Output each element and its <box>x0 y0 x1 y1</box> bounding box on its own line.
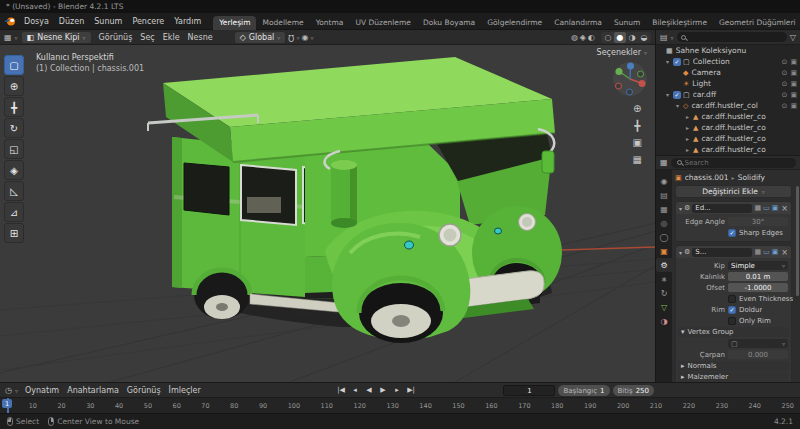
select-box-tool[interactable]: ▢ <box>4 55 24 75</box>
modifier-name-field[interactable]: Ed... <box>692 204 752 213</box>
outliner-editor-icon[interactable]: ▤ <box>660 33 668 42</box>
viewport-menu-item[interactable]: Seç <box>136 32 158 43</box>
timeline-menu-item[interactable]: Görünüş <box>123 385 165 396</box>
playhead-badge[interactable]: 1 <box>2 399 12 408</box>
checkbox-checked-icon[interactable]: ✓ <box>728 229 736 237</box>
workspace-tab[interactable]: UV Düzenleme <box>349 16 416 30</box>
disable-render-icon[interactable] <box>790 80 797 88</box>
edge-angle-value[interactable]: 30° <box>728 217 788 226</box>
scale-tool[interactable]: ◱ <box>4 139 24 159</box>
hide-viewport-icon[interactable] <box>782 102 788 110</box>
visibility-toggles[interactable] <box>782 80 798 88</box>
thickness-value[interactable]: 0.01 m <box>728 272 788 281</box>
timeline-menu-item[interactable]: Anahtarlama <box>63 385 123 396</box>
play-button[interactable]: ▶ <box>377 384 390 396</box>
output-tab-icon[interactable]: ▤ <box>656 188 672 202</box>
outliner-row[interactable]: ▾ ▢ Collection <box>656 56 800 67</box>
wireframe-shading-icon[interactable]: ○ <box>602 32 614 43</box>
expand-arrow-icon[interactable]: ▸ <box>686 135 693 142</box>
viewlayer-tab-icon[interactable]: ▦ <box>656 202 672 216</box>
hide-viewport-icon[interactable] <box>782 69 788 77</box>
only-rim-checkbox[interactable]: Only Rim <box>728 315 788 326</box>
outliner-row[interactable]: ▾ ◇ car.dff.hustler_col <box>656 100 800 111</box>
rendered-shading-icon[interactable]: ◒ <box>638 32 650 43</box>
workspace-tab[interactable]: Modelleme <box>256 16 309 30</box>
annotate-tool[interactable]: ◺ <box>4 181 24 201</box>
remove-modifier-icon[interactable]: × <box>780 248 788 257</box>
expand-arrow-icon[interactable]: ▾ <box>666 58 673 65</box>
timeline-editor-icon[interactable]: ◷ <box>5 386 12 395</box>
add-modifier-button[interactable]: Değiştirici Ekle ▿ <box>675 185 792 198</box>
object-tab-icon[interactable]: ▣ <box>656 244 672 258</box>
vertex-group-selector[interactable]: ▢ ▿ <box>728 339 788 348</box>
expand-arrow-icon[interactable]: ▸ <box>686 124 693 131</box>
timeline-menu-item[interactable]: Oynatım <box>21 385 63 396</box>
viewport-menu-item[interactable]: Nesne <box>184 32 217 43</box>
disable-render-icon[interactable] <box>790 69 797 77</box>
outliner-row[interactable]: ☀ Light <box>656 78 800 89</box>
editor-type-icon[interactable]: ▦ <box>4 33 12 42</box>
remove-modifier-icon[interactable]: × <box>780 204 788 213</box>
outliner-row[interactable]: ▸ ▲ car.dff.hustler_co <box>656 111 800 122</box>
sharp-edges-checkbox[interactable]: ✓ Sharp Edges <box>728 227 788 238</box>
normals-subpanel[interactable]: ▸ Normals <box>678 361 789 371</box>
checkbox-icon[interactable] <box>728 317 736 325</box>
transform-orientation-dropdown[interactable]: ◇ Global ▿ <box>234 31 287 44</box>
physics-tab-icon[interactable]: ↻ <box>656 286 672 300</box>
xray-icon[interactable]: ◐ <box>588 33 595 42</box>
modifier-name-field[interactable]: S... <box>692 248 752 257</box>
visibility-toggles[interactable] <box>782 91 798 99</box>
workspace-tab[interactable]: Canlandırma <box>548 16 608 30</box>
menu-item[interactable]: Sunum <box>89 15 127 28</box>
outliner-row[interactable]: ▸ ▲ car.dff.hustler_co <box>656 144 800 155</box>
overlays-icon[interactable]: ◍ <box>571 33 578 42</box>
cursor-tool[interactable]: ⊕ <box>4 76 24 96</box>
solidify-mode-dropdown[interactable]: Simple ▿ <box>728 261 788 270</box>
expand-arrow-icon[interactable]: ▸ <box>686 113 693 120</box>
hide-viewport-icon[interactable] <box>782 80 788 88</box>
outliner-row[interactable]: ▸ ▲ car.dff.hustler_co <box>656 122 800 133</box>
outliner-row[interactable]: ◆ Camera <box>656 67 800 78</box>
workspace-tab[interactable]: Doku Boyama <box>417 16 481 30</box>
object-data-tab-icon[interactable]: ▽ <box>656 300 672 314</box>
perspective-toggle-icon[interactable]: ▦ <box>633 154 642 165</box>
visibility-toggles[interactable] <box>782 69 798 77</box>
frame-end-field[interactable]: Bitiş 250 <box>613 385 654 396</box>
checkbox-checked-icon[interactable]: ✓ <box>728 306 736 314</box>
workspace-tab[interactable]: Sunum <box>608 16 646 30</box>
frame-start-field[interactable]: Başlangıç 1 <box>558 385 609 396</box>
material-tab-icon[interactable]: ◑ <box>656 314 672 328</box>
hide-viewport-icon[interactable] <box>782 58 788 66</box>
jump-to-start-button[interactable]: |◀ <box>335 384 348 396</box>
rotate-tool[interactable]: ↻ <box>4 118 24 138</box>
factor-value[interactable]: 0.000 <box>728 350 788 359</box>
offset-value[interactable]: -1.0000 <box>728 283 788 292</box>
gizmos-icon[interactable]: ◈ <box>580 33 586 42</box>
visibility-toggles[interactable] <box>782 102 798 110</box>
outliner-row[interactable]: ▦ Sahne Koleksiyonu <box>656 45 800 56</box>
object-mode-dropdown[interactable]: ◧ Nesne Kipi ▿ <box>21 31 92 44</box>
hide-viewport-icon[interactable] <box>782 91 788 99</box>
menu-item[interactable]: Dosya <box>19 15 54 28</box>
outliner-row[interactable]: ▸ ▲ car.dff.hustler_co <box>656 133 800 144</box>
scene-tab-icon[interactable]: ◎ <box>656 216 672 230</box>
realtime-toggle-icon[interactable]: ▭ <box>763 248 770 256</box>
timeline-menu-item[interactable]: İmleçler <box>165 385 205 396</box>
expand-arrow-icon[interactable]: ▸ <box>686 146 693 153</box>
properties-editor-icon[interactable]: ▦ <box>660 158 668 167</box>
collection-checkbox[interactable] <box>673 91 681 99</box>
rim-fill-checkbox[interactable]: ✓ Doldur <box>728 304 788 315</box>
disable-render-icon[interactable] <box>790 58 797 66</box>
outliner-row[interactable]: ▾ ▢ car.dff <box>656 89 800 100</box>
proportional-edit-icon[interactable]: ◉ <box>301 33 308 42</box>
next-keyframe-button[interactable]: ▸ <box>391 384 404 396</box>
material-shading-icon[interactable]: ◑ <box>626 32 638 43</box>
edit-mode-toggle-icon[interactable]: ▦ <box>754 248 761 256</box>
breadcrumb[interactable]: ▣ chassis.001 ▸ Solidify <box>675 172 792 183</box>
visibility-toggles[interactable] <box>782 58 798 66</box>
render-toggle-icon[interactable]: ▣ <box>772 204 779 212</box>
expand-arrow-icon[interactable]: ▾ <box>676 102 683 109</box>
view-gizmo[interactable] <box>612 61 648 99</box>
camera-view-icon[interactable]: ▣ <box>633 137 642 148</box>
options-dropdown[interactable]: Seçenekler ▿ <box>597 48 647 57</box>
